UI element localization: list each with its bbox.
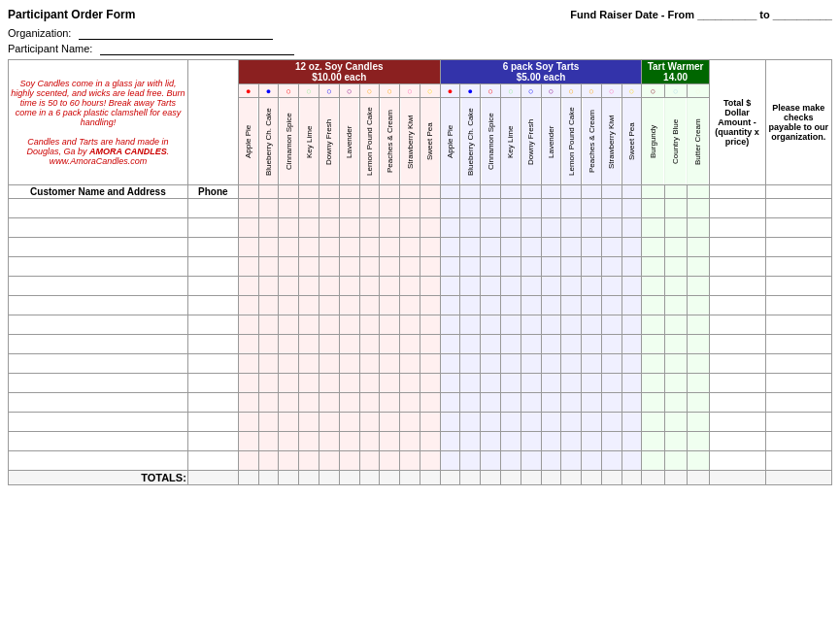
tart-qty-8[interactable] — [582, 257, 602, 277]
tart-qty-3[interactable] — [481, 432, 501, 451]
tart-qty-1[interactable] — [440, 432, 460, 451]
candle-qty-1[interactable] — [238, 238, 258, 257]
candle-qty-9[interactable] — [400, 335, 420, 354]
candle-qty-9[interactable] — [400, 354, 420, 374]
tart-qty-3[interactable] — [481, 238, 501, 257]
tart-qty-8[interactable] — [582, 277, 602, 296]
tart-qty-2[interactable] — [460, 335, 481, 354]
candle-qty-7[interactable] — [359, 257, 380, 277]
candle-qty-5[interactable] — [319, 374, 339, 393]
tart-qty-2[interactable] — [460, 218, 481, 238]
warmer-qty-3[interactable] — [687, 199, 709, 218]
candle-qty-6[interactable] — [339, 432, 359, 451]
tart-qty-1[interactable] — [440, 277, 460, 296]
participant-field[interactable] — [100, 43, 294, 55]
total-amount-cell[interactable] — [709, 238, 765, 257]
check-cash-cell[interactable] — [765, 335, 832, 354]
candle-qty-7[interactable] — [359, 238, 380, 257]
check-cash-cell[interactable] — [765, 296, 832, 315]
warmer-qty-2[interactable] — [664, 432, 687, 451]
tart-qty-1[interactable] — [440, 257, 460, 277]
candle-qty-8[interactable] — [380, 413, 400, 432]
warmer-qty-2[interactable] — [664, 218, 687, 238]
candle-qty-2[interactable] — [258, 413, 279, 432]
tart-qty-7[interactable] — [561, 354, 582, 374]
candle-qty-1[interactable] — [238, 296, 258, 315]
check-cash-cell[interactable] — [765, 199, 832, 218]
tart-qty-1[interactable] — [440, 296, 460, 315]
tart-qty-8[interactable] — [582, 374, 602, 393]
candle-qty-4[interactable] — [299, 393, 319, 413]
candle-qty-1[interactable] — [238, 315, 258, 335]
tart-qty-7[interactable] — [561, 296, 582, 315]
candle-qty-5[interactable] — [319, 199, 339, 218]
candle-qty-3[interactable] — [279, 413, 299, 432]
candle-qty-2[interactable] — [258, 218, 279, 238]
candle-qty-4[interactable] — [299, 432, 319, 451]
candle-qty-4[interactable] — [299, 413, 319, 432]
tart-qty-10[interactable] — [622, 374, 642, 393]
tart-qty-6[interactable] — [541, 451, 561, 471]
candle-qty-9[interactable] — [400, 451, 420, 471]
warmer-qty-2[interactable] — [664, 199, 687, 218]
candle-qty-3[interactable] — [279, 451, 299, 471]
tart-qty-9[interactable] — [601, 451, 622, 471]
tart-qty-3[interactable] — [481, 315, 501, 335]
phone-cell[interactable] — [187, 238, 238, 257]
candle-qty-10[interactable] — [420, 335, 440, 354]
customer-name-cell[interactable] — [9, 451, 188, 471]
candle-qty-2[interactable] — [258, 296, 279, 315]
tart-qty-8[interactable] — [582, 335, 602, 354]
phone-cell[interactable] — [187, 451, 238, 471]
candle-qty-9[interactable] — [400, 199, 420, 218]
tart-qty-4[interactable] — [500, 218, 521, 238]
candle-qty-10[interactable] — [420, 277, 440, 296]
candle-qty-9[interactable] — [400, 257, 420, 277]
candle-qty-1[interactable] — [238, 218, 258, 238]
organization-field[interactable] — [79, 27, 273, 40]
tart-qty-9[interactable] — [601, 296, 622, 315]
candle-qty-9[interactable] — [400, 218, 420, 238]
tart-qty-7[interactable] — [561, 199, 582, 218]
phone-cell[interactable] — [187, 257, 238, 277]
candle-qty-6[interactable] — [339, 199, 359, 218]
tart-qty-7[interactable] — [561, 374, 582, 393]
tart-qty-6[interactable] — [541, 413, 561, 432]
candle-qty-9[interactable] — [400, 432, 420, 451]
tart-qty-8[interactable] — [582, 199, 602, 218]
candle-qty-10[interactable] — [420, 199, 440, 218]
table-row[interactable] — [9, 238, 832, 257]
phone-cell[interactable] — [187, 413, 238, 432]
tart-qty-8[interactable] — [582, 238, 602, 257]
candle-qty-2[interactable] — [258, 354, 279, 374]
candle-qty-10[interactable] — [420, 413, 440, 432]
candle-qty-7[interactable] — [359, 354, 380, 374]
candle-qty-2[interactable] — [258, 238, 279, 257]
tart-qty-1[interactable] — [440, 354, 460, 374]
candle-qty-9[interactable] — [400, 296, 420, 315]
total-amount-cell[interactable] — [709, 277, 765, 296]
tart-qty-4[interactable] — [500, 393, 521, 413]
total-amount-cell[interactable] — [709, 199, 765, 218]
candle-qty-9[interactable] — [400, 238, 420, 257]
candle-qty-6[interactable] — [339, 277, 359, 296]
warmer-qty-3[interactable] — [687, 218, 709, 238]
table-row[interactable] — [9, 257, 832, 277]
warmer-qty-3[interactable] — [687, 393, 709, 413]
check-cash-cell[interactable] — [765, 238, 832, 257]
candle-qty-5[interactable] — [319, 218, 339, 238]
table-row[interactable] — [9, 315, 832, 335]
customer-name-cell[interactable] — [9, 432, 188, 451]
tart-qty-7[interactable] — [561, 432, 582, 451]
candle-qty-10[interactable] — [420, 218, 440, 238]
candle-qty-4[interactable] — [299, 238, 319, 257]
candle-qty-8[interactable] — [380, 218, 400, 238]
tart-qty-7[interactable] — [561, 218, 582, 238]
table-row[interactable] — [9, 296, 832, 315]
candle-qty-3[interactable] — [279, 335, 299, 354]
tart-qty-5[interactable] — [521, 432, 541, 451]
candle-qty-8[interactable] — [380, 257, 400, 277]
candle-qty-4[interactable] — [299, 257, 319, 277]
candle-qty-7[interactable] — [359, 432, 380, 451]
warmer-qty-2[interactable] — [664, 315, 687, 335]
